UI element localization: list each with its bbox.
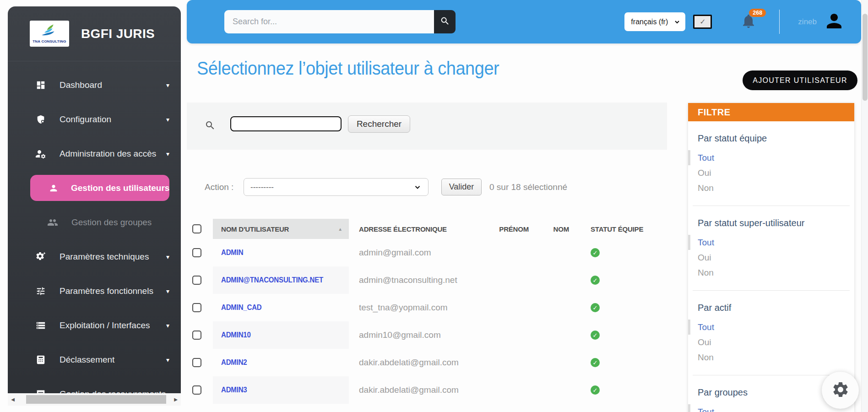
table-body: ADMINadmin@gmail.com✓ADMIN@TNACONSULTING… xyxy=(187,239,667,412)
gear-icon xyxy=(831,380,850,401)
row-checkbox[interactable] xyxy=(192,358,201,367)
checkmark-icon: ✓ xyxy=(700,17,705,26)
sidebar-item-gestion-des-groupes[interactable]: Gestion des groupes xyxy=(8,217,181,228)
action-label: Action : xyxy=(205,182,233,192)
scrollbar-thumb[interactable] xyxy=(863,14,868,101)
filter-option-tout[interactable]: Tout xyxy=(688,150,854,165)
filter-option-tout[interactable]: Tout xyxy=(688,235,854,250)
sidebar-item-administration-des-acc-s[interactable]: Administration des accès xyxy=(8,148,181,159)
column-header-label: STATUT ÉQUIPE xyxy=(591,225,643,233)
search-icon xyxy=(205,120,216,133)
sidebar-item-d-classement[interactable]: Déclassement xyxy=(8,355,181,365)
sidebar-item-label: Gestion des groupes xyxy=(71,217,152,228)
sidebar-item-gestion-des-utilisateurs[interactable]: Gestion des utilisateurs xyxy=(30,175,169,201)
sidebar-item-param-tres-fonctionnels[interactable]: Paramètres fonctionnels xyxy=(8,286,181,296)
email-cell: admin10@gmail.com xyxy=(349,321,485,349)
notification-count-badge: 268 xyxy=(749,9,766,17)
add-user-button[interactable]: AJOUTER UTILISATEUR xyxy=(743,70,857,90)
selection-status: 0 sur 18 sélectionné xyxy=(489,182,567,192)
column-header-nom[interactable]: NOM xyxy=(533,219,574,239)
prenom-cell xyxy=(485,294,533,321)
sidebar-item-param-tres-techniques[interactable]: Paramètres techniques xyxy=(8,251,181,262)
settings-fab-button[interactable] xyxy=(822,372,859,409)
email-cell: dakir.abdelati@gmail.com xyxy=(349,376,485,404)
filter-option-non[interactable]: Non xyxy=(688,350,854,365)
statut-cell: ✓ xyxy=(574,349,667,376)
prenom-cell xyxy=(485,349,533,376)
row-checkbox[interactable] xyxy=(192,331,201,340)
username-link[interactable]: ADMIN2 xyxy=(221,358,247,367)
table-row: ADMIN4dakir4@gmail.com✓ xyxy=(187,404,667,412)
chevron-down-icon xyxy=(673,18,681,26)
sidebar-item-label: Paramètres fonctionnels xyxy=(60,286,153,296)
row-checkbox[interactable] xyxy=(192,248,201,257)
nom-cell xyxy=(533,239,574,266)
filter-option-tout[interactable]: Tout xyxy=(688,320,854,335)
language-select[interactable]: français (fr) xyxy=(624,12,685,31)
global-search xyxy=(224,10,456,33)
sidebar-item-configuration[interactable]: Configuration xyxy=(8,114,181,125)
calculator-icon xyxy=(34,355,47,365)
caret-down-icon: ▾ xyxy=(166,150,169,157)
sliders-icon xyxy=(34,286,47,296)
user-avatar[interactable] xyxy=(823,10,845,34)
status-ok-icon: ✓ xyxy=(591,276,600,285)
filter-divider xyxy=(693,375,850,375)
statut-cell: ✓ xyxy=(574,266,667,294)
filter-panel: FILTRE Par statut équipeToutOuiNonPar st… xyxy=(688,103,854,412)
row-checkbox[interactable] xyxy=(192,276,201,285)
filter-option-oui[interactable]: Oui xyxy=(688,165,854,180)
list-search-input[interactable] xyxy=(230,116,342,131)
sidebar-item-exploitation-interfaces[interactable]: Exploitation / Interfaces xyxy=(8,320,181,331)
column-header-pr-nom[interactable]: PRÉNOM xyxy=(485,219,533,239)
confirm-language-button[interactable]: ✓ xyxy=(693,15,712,29)
status-ok-icon: ✓ xyxy=(591,248,600,257)
sidebar-horizontal-scrollbar[interactable]: ◀ ▶ xyxy=(8,393,181,406)
email-cell: dakir4@gmail.com xyxy=(349,404,485,412)
scrollbar-thumb[interactable] xyxy=(26,395,166,404)
filter-title: FILTRE xyxy=(688,103,854,121)
row-checkbox[interactable] xyxy=(192,385,201,395)
filter-option-non[interactable]: Non xyxy=(688,180,854,195)
rechercher-button[interactable]: Rechercher xyxy=(348,115,410,133)
logo-swoosh-icon xyxy=(39,24,60,39)
column-header-nom-d-utilisateur[interactable]: NOM D'UTILISATEUR▲ xyxy=(213,219,349,239)
username-link[interactable]: ADMIN3 xyxy=(221,386,247,394)
column-header-adresse-lectronique[interactable]: ADRESSE ÉLECTRONIQUE xyxy=(349,219,485,239)
action-select[interactable]: --------- xyxy=(244,178,429,196)
sidebar-item-label: Exploitation / Interfaces xyxy=(60,320,150,331)
row-checkbox[interactable] xyxy=(192,303,201,312)
app-title: BGFI JURIS xyxy=(81,27,155,41)
search-input[interactable] xyxy=(224,10,434,33)
notifications-button[interactable]: 268 xyxy=(740,13,757,31)
username-link[interactable]: ADMIN xyxy=(221,249,243,257)
filter-option-non[interactable]: Non xyxy=(688,265,854,280)
dashboard-icon xyxy=(34,80,47,90)
column-header-statut-quipe[interactable]: STATUT ÉQUIPE xyxy=(574,219,667,239)
sidebar-item-dashboard[interactable]: Dashboard xyxy=(8,80,181,90)
select-all-checkbox[interactable] xyxy=(192,224,201,233)
scroll-right-arrow-icon[interactable]: ▶ xyxy=(171,397,181,402)
search-button[interactable] xyxy=(434,10,456,33)
table-header-checkbox-cell xyxy=(187,219,213,239)
username-link[interactable]: ADMIN_CAD xyxy=(221,304,262,312)
username-cell: ADMIN3 xyxy=(213,376,349,404)
valider-button[interactable]: Valider xyxy=(441,179,482,195)
scroll-left-arrow-icon[interactable]: ◀ xyxy=(8,397,18,402)
filter-option-oui[interactable]: Oui xyxy=(688,250,854,265)
nom-cell xyxy=(533,376,574,404)
sort-ascending-icon[interactable]: ▲ xyxy=(338,227,342,232)
filter-option-oui[interactable]: Oui xyxy=(688,335,854,350)
gear-sparkle-icon xyxy=(34,251,47,262)
email-value: dakir.abdelati@gmail.com xyxy=(359,385,459,395)
username-link[interactable]: ADMIN@TNACONSULTING.NET xyxy=(221,276,323,284)
bell-icon xyxy=(740,23,757,31)
page-vertical-scrollbar[interactable] xyxy=(861,0,868,412)
filter-section-heading: Par statut équipe xyxy=(688,133,854,144)
logo-text: TNA CONSULTING xyxy=(33,39,66,43)
sidebar: TNA CONSULTING BGFI JURIS Dashboard▾Conf… xyxy=(8,6,181,406)
users-icon xyxy=(46,217,59,228)
prenom-cell xyxy=(485,266,533,294)
username-link[interactable]: ADMIN10 xyxy=(221,331,251,339)
filter-section-par-statut-super-utilisateur: Par statut super-utilisateurToutOuiNon xyxy=(688,218,854,280)
